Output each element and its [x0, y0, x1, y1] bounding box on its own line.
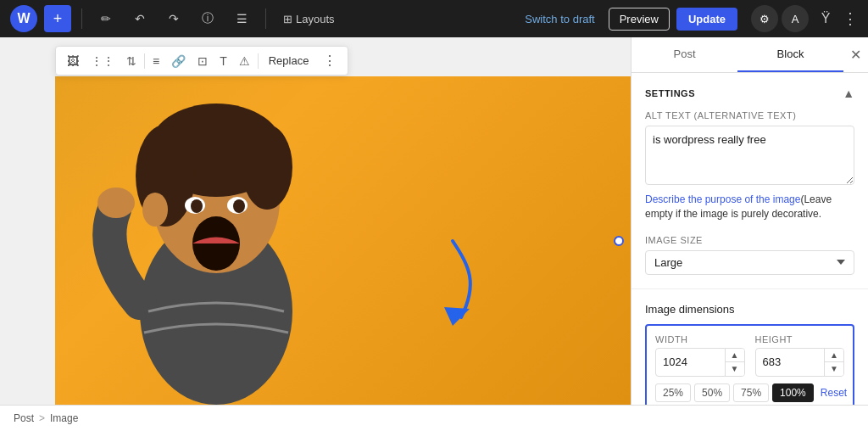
- height-input-wrap: ▲ ▼: [755, 348, 845, 377]
- height-spinners: ▲ ▼: [824, 349, 843, 376]
- width-increment[interactable]: ▲: [726, 349, 744, 362]
- percentage-row: 25% 50% 75% 100% Reset: [655, 383, 844, 402]
- svg-point-8: [191, 199, 203, 213]
- width-field: WIDTH ▲ ▼: [655, 334, 745, 377]
- image-size-label: IMAGE SIZE: [645, 235, 854, 245]
- sidebar: Post Block ✕ Settings ▲ ALT TEXT (ALTERN…: [631, 37, 868, 405]
- switch-to-draft-button[interactable]: Switch to draft: [518, 9, 601, 29]
- info-button[interactable]: ⓘ: [194, 5, 221, 32]
- editor-area: 🖼 ⋮⋮ ⇅ ≡ 🔗 ⊡ T ⚠ Replace ⋮: [0, 37, 631, 405]
- settings-section-header: Settings ▲: [645, 87, 854, 100]
- breadcrumb-separator: >: [39, 412, 45, 424]
- alt-text-hint: Describe the purpose of the image(Leave …: [645, 193, 854, 221]
- image-size-field-group: IMAGE SIZE Large Thumbnail Medium Full S…: [645, 235, 854, 275]
- preview-button[interactable]: Preview: [609, 8, 670, 31]
- warning-button[interactable]: ⚠: [235, 52, 254, 70]
- image-dimensions-section: Image dimensions WIDTH ▲ ▼: [632, 289, 868, 405]
- update-button[interactable]: Update: [676, 8, 737, 31]
- pct-50-button[interactable]: 50%: [694, 383, 730, 402]
- layouts-label: Layouts: [296, 13, 335, 25]
- width-input-wrap: ▲ ▼: [655, 348, 745, 377]
- collapse-settings-button[interactable]: ▲: [843, 87, 854, 100]
- image-container[interactable]: [55, 76, 631, 405]
- yoast-button[interactable]: Ÿ: [812, 5, 839, 32]
- pct-100-button[interactable]: 100%: [772, 383, 814, 402]
- alt-text-hint-link[interactable]: Describe the purpose of the image: [645, 193, 800, 205]
- alt-text-input[interactable]: [645, 126, 854, 185]
- layouts-icon: ⊞: [283, 13, 292, 25]
- main-layout: 🖼 ⋮⋮ ⇅ ≡ 🔗 ⊡ T ⚠ Replace ⋮: [0, 37, 868, 405]
- svg-point-12: [142, 193, 168, 227]
- pct-25-button[interactable]: 25%: [655, 383, 691, 402]
- sidebar-tabs: Post Block ✕: [632, 37, 868, 73]
- more-options-button[interactable]: ⋮: [843, 9, 858, 28]
- separator: [81, 8, 82, 29]
- separator: [265, 8, 266, 29]
- align-button[interactable]: ≡: [148, 52, 164, 70]
- settings-title: Settings: [645, 88, 695, 98]
- alt-text-label: ALT TEXT (ALTERNATIVE TEXT): [645, 110, 854, 120]
- tools-icon-button[interactable]: ✏: [92, 5, 120, 32]
- topbar-right-icons: ⚙ A Ÿ ⋮: [751, 5, 858, 32]
- settings-section: Settings ▲ ALT TEXT (ALTERNATIVE TEXT) D…: [632, 73, 868, 289]
- height-increment[interactable]: ▲: [825, 349, 843, 362]
- more-tools-button[interactable]: ⋮: [319, 50, 341, 71]
- sidebar-close-button[interactable]: ✕: [843, 40, 868, 70]
- svg-point-5: [242, 125, 292, 210]
- svg-point-9: [233, 199, 245, 213]
- blue-arrow-annotation: [402, 232, 504, 337]
- height-field: HEIGHT ▲ ▼: [755, 334, 845, 377]
- add-block-button[interactable]: +: [44, 5, 71, 32]
- image-dims-title: Image dimensions: [645, 303, 854, 316]
- image-icon-button[interactable]: 🖼: [63, 52, 83, 70]
- tab-post[interactable]: Post: [632, 37, 737, 72]
- image-block-toolbar: 🖼 ⋮⋮ ⇅ ≡ 🔗 ⊡ T ⚠ Replace ⋮: [55, 46, 348, 76]
- undo-button[interactable]: ↶: [126, 5, 153, 32]
- width-label: WIDTH: [655, 334, 745, 344]
- drag-handle[interactable]: ⋮⋮: [86, 52, 119, 70]
- list-view-button[interactable]: ☰: [228, 5, 255, 32]
- alt-text-field-group: ALT TEXT (ALTERNATIVE TEXT) Describe the…: [645, 110, 854, 221]
- dims-container: WIDTH ▲ ▼ HEIGHT: [645, 324, 854, 405]
- pct-75-button[interactable]: 75%: [733, 383, 769, 402]
- redo-button[interactable]: ↷: [160, 5, 187, 32]
- breadcrumb: Post > Image: [0, 405, 868, 431]
- link-button[interactable]: 🔗: [167, 52, 190, 70]
- move-arrows[interactable]: ⇅: [122, 52, 141, 70]
- height-label: HEIGHT: [755, 334, 845, 344]
- toolbar-separator: [258, 53, 259, 69]
- text-button[interactable]: T: [215, 52, 231, 70]
- avatar-button[interactable]: A: [782, 5, 809, 32]
- svg-point-13: [97, 188, 135, 218]
- height-decrement[interactable]: ▼: [825, 362, 843, 376]
- breadcrumb-image-label: Image: [50, 412, 78, 424]
- image-size-select[interactable]: Large Thumbnail Medium Full Size: [645, 250, 854, 275]
- reset-dimensions-button[interactable]: Reset: [821, 387, 847, 399]
- crop-button[interactable]: ⊡: [193, 52, 212, 70]
- resize-handle[interactable]: [614, 236, 624, 246]
- replace-button[interactable]: Replace: [262, 52, 316, 70]
- settings-button[interactable]: ⚙: [751, 5, 778, 32]
- topbar: W + ✏ ↶ ↷ ⓘ ☰ ⊞ Layouts Switch to draft …: [0, 0, 868, 37]
- width-spinners: ▲ ▼: [725, 349, 744, 376]
- breadcrumb-post-link[interactable]: Post: [14, 412, 34, 424]
- editor-inner: 🖼 ⋮⋮ ⇅ ≡ 🔗 ⊡ T ⚠ Replace ⋮: [0, 37, 631, 405]
- toolbar-separator: [144, 53, 145, 69]
- kid-figure: [81, 76, 352, 405]
- wp-logo: W: [10, 5, 37, 32]
- width-input[interactable]: [656, 350, 725, 373]
- image-background: [55, 76, 631, 405]
- dims-row: WIDTH ▲ ▼ HEIGHT: [655, 334, 844, 377]
- svg-marker-14: [444, 307, 470, 326]
- layouts-button[interactable]: ⊞ Layouts: [276, 9, 342, 29]
- height-input[interactable]: [756, 350, 825, 373]
- width-decrement[interactable]: ▼: [726, 362, 744, 376]
- tab-block[interactable]: Block: [737, 37, 843, 72]
